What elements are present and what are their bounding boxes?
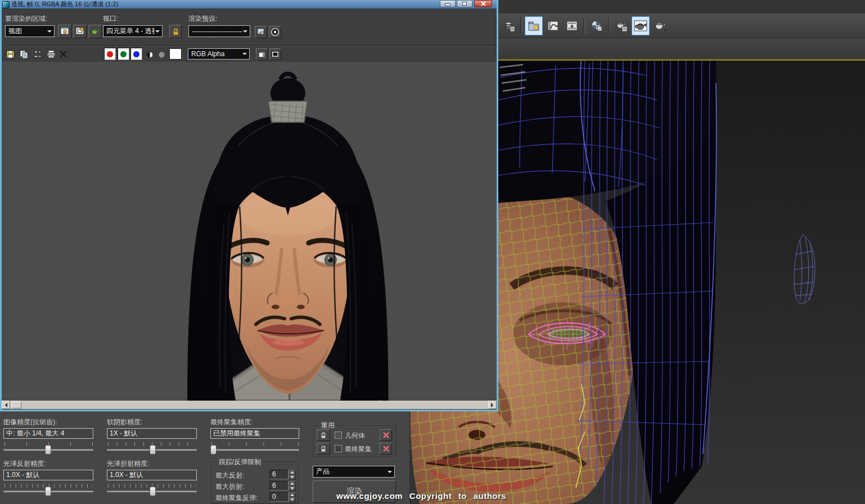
- close-button[interactable]: [474, 0, 492, 7]
- glossy-refraction-slider[interactable]: [107, 491, 197, 492]
- edit-region-button[interactable]: [58, 25, 71, 38]
- iterative-render-icon: [271, 28, 280, 37]
- viewport-combo[interactable]: 四元菜单 4 - 透视: [103, 25, 163, 37]
- save-image-button[interactable]: [6, 49, 15, 61]
- slider-thumb[interactable]: [210, 445, 217, 455]
- viewport-lock-button[interactable]: [169, 25, 182, 38]
- render-mode-combo[interactable]: 产品: [313, 466, 395, 478]
- area-to-render-combo[interactable]: 视图: [5, 25, 55, 37]
- print-image-button[interactable]: [46, 49, 56, 61]
- window-titlebar[interactable]: 透视, 帧 0, RGBA 颜色 16 位/通道 (1:2): [0, 0, 498, 8]
- main-window-sub-strip: [497, 38, 865, 59]
- image-precision-slider[interactable]: [3, 449, 93, 451]
- render-settings-panel: 图像精度(抗锯齿): 中: 最小 1/4, 最大 4 光泽反射精度: 1.0X …: [0, 411, 409, 504]
- final-gather-field: 已禁用最终聚集: [210, 428, 299, 439]
- slider-thumb[interactable]: [150, 487, 156, 496]
- render-setup-icon[interactable]: [612, 16, 630, 35]
- iterative-render-button[interactable]: [269, 26, 281, 38]
- main-window-top-strip: [497, 0, 865, 13]
- image-precision-field: 中: 最小 1/4, 最大 4: [3, 428, 93, 439]
- red-channel-button[interactable]: [104, 48, 116, 60]
- schematic-view-icon[interactable]: [563, 16, 581, 35]
- chevron-down-icon: [243, 30, 247, 35]
- max-refraction-spinner[interactable]: [289, 481, 296, 491]
- rendered-image-area[interactable]: [2, 62, 497, 401]
- fg-bounce-label: 最终聚集反弹:: [215, 493, 258, 503]
- reuse-geometry-label: 几何体: [345, 431, 365, 441]
- minimize-button[interactable]: [440, 0, 456, 7]
- reuse-fg-checkbox[interactable]: [335, 445, 342, 452]
- alpha-channel-button[interactable]: [158, 51, 165, 61]
- material-editor-icon[interactable]: [588, 16, 606, 35]
- glossy-refraction-field: 1.0X - 默认: [107, 470, 197, 480]
- copy-image-button[interactable]: [19, 49, 29, 61]
- viewport-lock-icon: [172, 28, 180, 36]
- max-reflection-spinner[interactable]: [289, 470, 296, 480]
- slider-thumb[interactable]: [150, 445, 156, 455]
- layer-manager-icon[interactable]: [500, 16, 518, 35]
- screen-toggle-button[interactable]: [269, 48, 281, 60]
- scrollbar-thumb[interactable]: [11, 401, 21, 408]
- max-refraction-field[interactable]: 6: [269, 481, 289, 491]
- spinner-up-icon: [290, 471, 294, 474]
- render-setup-button[interactable]: [255, 26, 267, 38]
- reuse-geometry-lock-button[interactable]: [317, 429, 330, 441]
- reuse-geometry-clear-button[interactable]: [380, 429, 392, 441]
- color-swatch[interactable]: [169, 48, 182, 60]
- toolbar-separator: [520, 17, 522, 34]
- render-selected-teapot-icon: [89, 26, 101, 37]
- channel-display-combo[interactable]: RGB Alpha: [188, 48, 250, 60]
- window-title: 透视, 帧 0, RGBA 颜色 16 位/通道 (1:2): [11, 1, 118, 7]
- max-reflection-label: 最大反射:: [215, 471, 244, 480]
- toolbar-separator: [583, 17, 585, 34]
- curve-editor-icon[interactable]: [544, 16, 562, 35]
- scroll-left-button[interactable]: [2, 401, 10, 409]
- max-reflection-field[interactable]: 6: [269, 470, 289, 479]
- render-setup-small-icon: [256, 28, 266, 37]
- reuse-geometry-checkbox[interactable]: [335, 432, 342, 439]
- lock-icon: [319, 432, 327, 439]
- fg-bounce-field[interactable]: 0: [269, 492, 289, 502]
- scene-explorer-icon[interactable]: [525, 16, 543, 35]
- delete-image-button[interactable]: [59, 50, 67, 61]
- edit-region-icon: [60, 26, 70, 37]
- render-preset-combo[interactable]: -----------------------: [188, 25, 250, 37]
- spinner-down-icon: [290, 487, 294, 490]
- green-channel-button[interactable]: [118, 48, 129, 60]
- reuse-group: 重用 几何体 最终聚集: [313, 425, 397, 457]
- restore-icon: [462, 2, 467, 6]
- horizontal-scrollbar[interactable]: [2, 401, 497, 409]
- render-toolbar-row1: 要渲染的区域: 视图: [2, 8, 497, 44]
- wireframe-fragment: [794, 235, 815, 304]
- render-production-icon[interactable]: [651, 16, 669, 35]
- schematic-view-glyph: [565, 19, 579, 33]
- slider-thumb[interactable]: [45, 445, 51, 455]
- save-image-icon: [6, 49, 15, 59]
- soft-shadow-slider[interactable]: [107, 449, 197, 451]
- reuse-fg-lock-button[interactable]: [317, 443, 330, 455]
- viewport-combo-value: 四元菜单 4 - 透视: [106, 26, 155, 36]
- fg-bounce-spinner[interactable]: [289, 492, 296, 502]
- render-selected-button[interactable]: [88, 25, 102, 38]
- main-toolbar: [497, 13, 865, 38]
- monochrome-button[interactable]: [146, 51, 154, 61]
- screen-toggle-icon: [271, 50, 280, 58]
- reuse-fg-clear-button[interactable]: [380, 443, 392, 455]
- layout-toggle-button[interactable]: [256, 48, 268, 60]
- layout-toggle-icon: [258, 50, 266, 58]
- alpha-channel-icon: [158, 51, 165, 58]
- scroll-right-button[interactable]: [488, 401, 497, 409]
- clone-window-button[interactable]: [33, 49, 43, 61]
- rendered-frame-window-glyph: [633, 19, 648, 33]
- reuse-fg-label: 最终聚集: [345, 444, 372, 454]
- slider-thumb[interactable]: [45, 487, 51, 496]
- restore-button[interactable]: [457, 0, 472, 7]
- chevron-down-icon: [47, 30, 52, 35]
- scroll-left-icon: [3, 403, 7, 407]
- blue-channel-button[interactable]: [130, 48, 142, 60]
- rendered-frame-window-icon[interactable]: [632, 16, 650, 35]
- final-gather-slider[interactable]: [210, 449, 299, 451]
- auto-region-button[interactable]: [73, 25, 87, 38]
- glossy-reflection-slider[interactable]: [3, 491, 93, 492]
- spinner-down-icon: [290, 476, 294, 479]
